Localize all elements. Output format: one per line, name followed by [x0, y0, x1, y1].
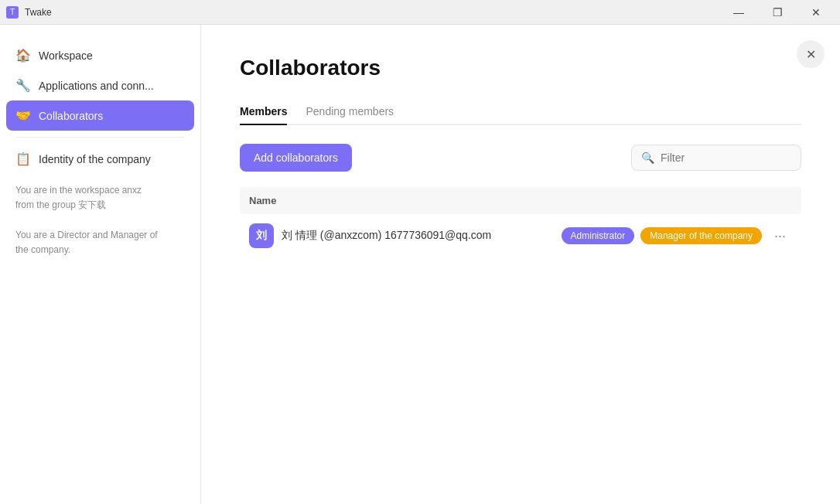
filter-input[interactable]	[661, 152, 791, 164]
applications-icon: 🔧	[15, 78, 31, 93]
title-bar-left: T Twake	[6, 6, 52, 19]
sidebar-item-identity-label: Identity of the company	[39, 153, 151, 165]
badges-container: Administrator Manager of the company ···	[530, 225, 792, 247]
app-title: Twake	[25, 7, 52, 18]
sidebar-item-collaborators-label: Collaborators	[39, 110, 103, 122]
sidebar-item-applications-label: Applications and conn...	[39, 80, 154, 92]
more-options-button[interactable]: ···	[768, 225, 792, 247]
table-row: 刘 刘 情理 (@anxzcom) 1677736091@qq.com Admi…	[240, 214, 801, 257]
page-title: Collaborators	[240, 56, 801, 80]
collaborators-icon: 🤝	[15, 108, 31, 123]
minimize-button[interactable]: —	[721, 2, 756, 22]
sidebar-item-workspace-label: Workspace	[39, 49, 93, 62]
sidebar-info-line2: from the group 安下载	[15, 198, 185, 213]
avatar: 刘	[249, 223, 274, 248]
member-name-cell: 刘 刘 情理 (@anxzcom) 1677736091@qq.com	[240, 214, 521, 257]
tab-pending-members[interactable]: Pending members	[306, 99, 394, 125]
sidebar-item-workspace[interactable]: 🏠 Workspace	[0, 40, 200, 70]
sidebar-item-applications[interactable]: 🔧 Applications and conn...	[0, 70, 200, 100]
sidebar-divider	[15, 137, 185, 138]
column-actions	[521, 187, 801, 214]
member-info: 刘 刘 情理 (@anxzcom) 1677736091@qq.com	[249, 223, 511, 248]
app-icon: T	[6, 6, 19, 19]
badge-administrator: Administrator	[562, 227, 635, 244]
sidebar-info-line1: You are in the workspace anxz	[15, 183, 185, 198]
maximize-button[interactable]: ❐	[760, 2, 795, 22]
identity-icon: 📋	[15, 152, 31, 166]
column-name: Name	[240, 187, 521, 214]
sidebar-item-identity[interactable]: 📋 Identity of the company	[0, 144, 200, 174]
tab-members[interactable]: Members	[240, 99, 287, 125]
title-bar: T Twake — ❐ ✕	[0, 0, 840, 25]
filter-icon: 🔍	[641, 152, 654, 164]
sidebar-info: You are in the workspace anxz from the g…	[0, 174, 200, 267]
add-collaborators-button[interactable]: Add collaborators	[240, 144, 352, 172]
sidebar-info-line3: You are a Director and Manager of	[15, 228, 185, 243]
tabs-container: Members Pending members	[240, 99, 801, 125]
sidebar: 🏠 Workspace 🔧 Applications and conn... 🤝…	[0, 25, 201, 504]
main-content: ✕ Collaborators Members Pending members …	[201, 25, 840, 504]
window-controls: — ❐ ✕	[721, 2, 834, 22]
member-badges-cell: Administrator Manager of the company ···	[521, 214, 801, 257]
table-header-row: Name	[240, 187, 801, 214]
close-panel-button[interactable]: ✕	[797, 40, 825, 68]
sidebar-item-collaborators[interactable]: 🤝 Collaborators	[6, 100, 194, 131]
filter-input-wrap: 🔍	[631, 145, 801, 171]
badge-manager: Manager of the company	[640, 227, 762, 244]
toolbar: Add collaborators 🔍	[240, 144, 801, 172]
close-window-button[interactable]: ✕	[798, 2, 834, 22]
members-table: Name 刘 刘 情理 (@anxzcom) 1677736091@qq.com	[240, 187, 801, 257]
workspace-icon: 🏠	[15, 48, 31, 63]
sidebar-info-line4: the company.	[15, 243, 185, 257]
app-body: 🏠 Workspace 🔧 Applications and conn... 🤝…	[0, 25, 840, 504]
avatar-letter: 刘	[256, 229, 267, 243]
member-name: 刘 情理 (@anxzcom) 1677736091@qq.com	[282, 229, 491, 243]
